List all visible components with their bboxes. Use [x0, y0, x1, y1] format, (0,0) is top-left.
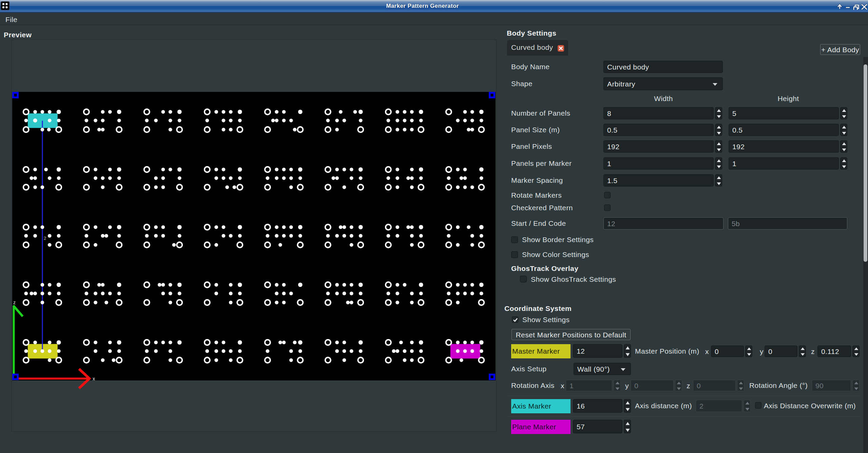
svg-text:x: x: [93, 376, 95, 381]
svg-text:2: 2: [44, 236, 46, 241]
svg-text:z: z: [13, 300, 16, 305]
